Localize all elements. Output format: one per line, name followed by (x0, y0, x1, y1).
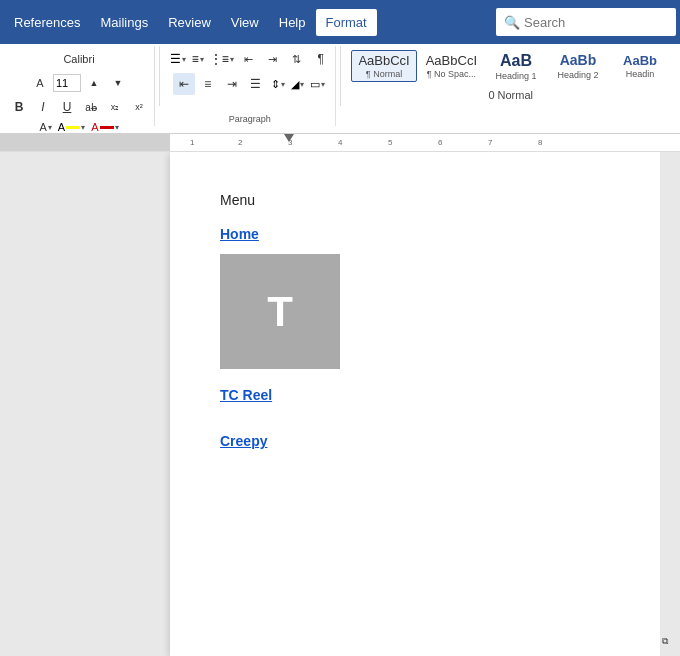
highlight-color-btn[interactable]: A ▾ (56, 120, 87, 134)
normal-label: 0 Normal (484, 88, 537, 102)
ruler-tick-3: 3 (288, 138, 292, 147)
line-spacing-btn[interactable]: ⇕ ▾ (269, 77, 287, 92)
superscript-btn[interactable]: x² (128, 96, 150, 118)
italic-btn[interactable]: I (32, 96, 54, 118)
ruler-tick-7: 7 (488, 138, 492, 147)
paragraph-label: Paragraph (170, 112, 329, 124)
style-heading2[interactable]: AaBb Heading 2 (548, 49, 608, 83)
decrease-indent-btn[interactable]: ⇤ (238, 48, 260, 70)
search-icon: 🔍 (504, 15, 520, 30)
style-normal-label: ¶ Normal (366, 69, 402, 79)
style-heading3[interactable]: AaBb Headin (610, 50, 670, 83)
doc-page[interactable]: Menu Home T TC Reel Creepy (170, 152, 660, 656)
font-size-input[interactable] (53, 74, 81, 92)
search-box[interactable]: 🔍 (496, 8, 676, 36)
menu-help[interactable]: Help (269, 9, 316, 36)
style-heading1-label: Heading 1 (495, 71, 536, 81)
style-heading1[interactable]: AaB Heading 1 (486, 48, 546, 84)
font-format-row: B I U ab̶ x₂ x² (8, 96, 150, 118)
list-row: ☰ ▾ ≡ ▾ ⋮≡ ▾ ⇤ ⇥ ⇅ ¶ (168, 48, 332, 70)
style-normal-preview: AaBbCcI (358, 53, 409, 69)
ruler: 1 2 3 4 5 6 7 8 (0, 134, 680, 152)
menu-view[interactable]: View (221, 9, 269, 36)
style-heading3-preview: AaBb (623, 53, 657, 69)
document-area: Menu Home T TC Reel Creepy (0, 152, 680, 656)
doc-left-margin (0, 152, 170, 656)
align-row: ⇤ ≡ ⇥ ☰ ⇕ ▾ ◢ ▾ ▭ ▾ (173, 73, 327, 95)
style-bottom-row: 0 Normal (484, 88, 537, 102)
doc-menu-label: Menu (220, 192, 610, 208)
underline-btn[interactable]: U (56, 96, 78, 118)
ruler-tick-4: 4 (338, 138, 342, 147)
bold-btn[interactable]: B (8, 96, 30, 118)
increase-indent-btn[interactable]: ⇥ (262, 48, 284, 70)
ruler-tick-1: 1 (190, 138, 194, 147)
styles-group: AaBbCcI ¶ Normal AaBbCcI ¶ No Spac... Aa… (345, 46, 676, 126)
ruler-content: 1 2 3 4 5 6 7 8 (170, 134, 680, 151)
search-input[interactable] (524, 15, 668, 30)
styles-row: AaBbCcI ¶ Normal AaBbCcI ¶ No Spac... Aa… (351, 48, 670, 84)
style-heading2-preview: AaBb (560, 52, 597, 69)
doc-link-home[interactable]: Home (220, 226, 610, 242)
ruler-tick-6: 6 (438, 138, 442, 147)
ruler-tick-5: 5 (388, 138, 392, 147)
borders-btn[interactable]: ▭ ▾ (308, 77, 327, 92)
font-color-row: A ▾ A ▾ A ▾ (37, 120, 120, 134)
style-heading3-label: Headin (626, 69, 655, 79)
menu-bar: References Mailings Review View Help For… (0, 0, 680, 44)
strikethrough-btn[interactable]: ab̶ (80, 96, 102, 118)
style-heading2-label: Heading 2 (557, 70, 598, 80)
ruler-left-margin (0, 134, 170, 151)
justify-btn[interactable]: ☰ (245, 73, 267, 95)
menu-references[interactable]: References (4, 9, 90, 36)
style-nospacing-label: ¶ No Spac... (427, 69, 476, 79)
style-normal[interactable]: AaBbCcI ¶ Normal (351, 50, 416, 83)
bullets-btn[interactable]: ☰ ▾ (168, 51, 188, 67)
align-center-btn[interactable]: ≡ (197, 73, 219, 95)
shading-btn[interactable]: ◢ ▾ (289, 77, 306, 92)
ribbon: Calibri A ▲ ▼ B I U ab̶ x₂ x² A ▾ A ▾ (0, 44, 680, 134)
paragraph-group: ☰ ▾ ≡ ▾ ⋮≡ ▾ ⇤ ⇥ ⇅ ¶ ⇤ ≡ ⇥ ☰ ⇕ ▾ (164, 46, 336, 126)
doc-image-placeholder: T (220, 254, 340, 369)
align-right-btn[interactable]: ⇥ (221, 73, 243, 95)
style-nospacing-preview: AaBbCcI (426, 53, 477, 69)
font-size-row: Calibri (54, 48, 104, 70)
paragraph-expand-btn[interactable]: ⧉ (654, 630, 676, 652)
menu-mailings[interactable]: Mailings (90, 9, 158, 36)
font-group: Calibri A ▲ ▼ B I U ab̶ x₂ x² A ▾ A ▾ (4, 46, 155, 126)
font-controls-row: A ▲ ▼ (29, 72, 129, 94)
font-size-up-btn[interactable]: ▲ (83, 72, 105, 94)
subscript-btn[interactable]: x₂ (104, 96, 126, 118)
font-size-down-btn[interactable]: A (29, 72, 51, 94)
sep2 (340, 46, 341, 106)
multilevel-list-btn[interactable]: ⋮≡ ▾ (208, 51, 236, 67)
ruler-tick-2: 2 (238, 138, 242, 147)
show-marks-btn[interactable]: ¶ (310, 48, 332, 70)
style-nospacing[interactable]: AaBbCcI ¶ No Spac... (419, 50, 484, 83)
doc-right-margin (660, 152, 680, 656)
align-left-btn[interactable]: ⇤ (173, 73, 195, 95)
numbering-btn[interactable]: ≡ ▾ (190, 51, 206, 67)
font-name-btn[interactable]: Calibri (54, 48, 104, 70)
menu-review[interactable]: Review (158, 9, 221, 36)
style-heading1-preview: AaB (500, 51, 532, 70)
text-effects-btn[interactable]: A ▾ (37, 120, 53, 134)
ruler-tick-8: 8 (538, 138, 542, 147)
font-size-dn-btn[interactable]: ▼ (107, 72, 129, 94)
sep1 (159, 46, 160, 106)
doc-link-creepy[interactable]: Creepy (220, 433, 610, 449)
menu-format[interactable]: Format (316, 9, 377, 36)
font-color-btn[interactable]: A ▾ (89, 120, 120, 134)
doc-image-t: T (267, 288, 293, 336)
sort-btn[interactable]: ⇅ (286, 48, 308, 70)
doc-link-tcreel[interactable]: TC Reel (220, 387, 610, 403)
